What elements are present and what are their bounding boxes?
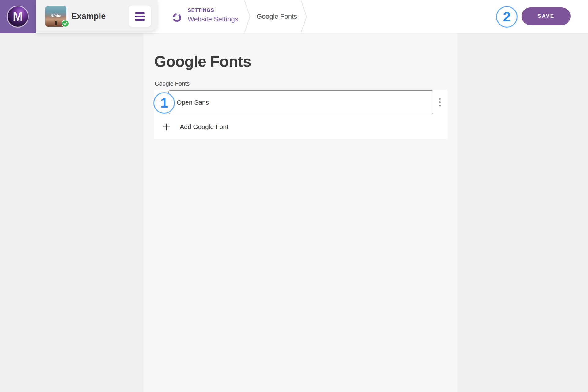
hamburger-menu-button[interactable] <box>129 6 151 27</box>
google-fonts-field-label: Google Fonts <box>155 80 190 87</box>
brand-logo-icon: M <box>7 6 29 28</box>
plus-icon <box>163 123 170 131</box>
page-title: Google Fonts <box>154 53 251 70</box>
site-thumbnail-label: Aloha <box>45 13 66 18</box>
kebab-menu-icon <box>439 98 441 100</box>
annotation-step-1: 1 <box>153 92 175 114</box>
annotation-step-2: 2 <box>496 6 518 28</box>
site-card: Aloha Example <box>36 0 158 31</box>
add-google-font-label: Add Google Font <box>180 123 228 131</box>
add-google-font-button[interactable]: Add Google Font <box>154 114 448 139</box>
hamburger-icon <box>135 12 145 14</box>
save-button[interactable]: SAVE <box>522 7 571 25</box>
breadcrumb-section-label: SETTINGS <box>188 8 238 13</box>
person-silhouette <box>55 21 57 25</box>
google-fonts-panel: Add Google Font <box>154 90 448 139</box>
brand-logo-button[interactable]: M <box>0 0 36 33</box>
settings-spinner-icon <box>172 13 182 24</box>
published-check-icon <box>62 20 69 27</box>
brand-letter: M <box>13 11 23 22</box>
site-name: Example <box>71 12 106 21</box>
font-row-more-options-button[interactable] <box>434 94 445 110</box>
google-font-input[interactable] <box>168 90 433 114</box>
content-column <box>143 33 458 392</box>
breadcrumb-chevron-icon <box>300 0 308 34</box>
breadcrumb-settings-link[interactable]: SETTINGS Website Settings <box>188 8 238 23</box>
breadcrumb-parent-label: Website Settings <box>188 15 238 23</box>
breadcrumb-chevron-icon <box>244 0 251 34</box>
breadcrumb-current-page: Google Fonts <box>251 0 303 33</box>
